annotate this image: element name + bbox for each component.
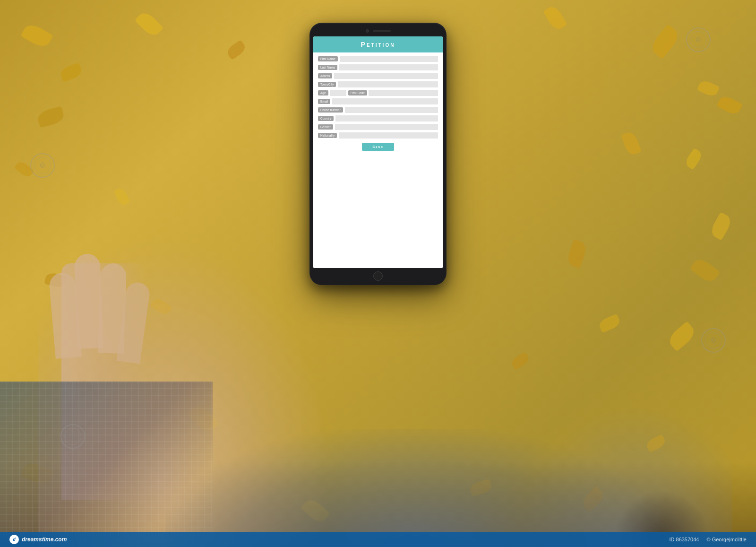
watermark-circle-3: © (701, 328, 726, 353)
form-title: Petition (313, 36, 443, 52)
field-last-name-row: Last Name (318, 64, 438, 70)
field-gender-label: Gender (318, 124, 333, 130)
dreamstime-text: dreamstime.com (22, 536, 67, 543)
field-town-label: Town/City (318, 82, 336, 87)
field-phone-label: Phone number (318, 107, 343, 113)
dreamstime-icon: d (9, 535, 19, 544)
phone-bottom-bar (313, 269, 443, 283)
watermark-circle-1: © (30, 153, 55, 178)
send-button-wrapper: Send (318, 141, 438, 152)
dreamstime-logo: d dreamstime.com (9, 535, 67, 544)
form-body: First Name Last Name Adress Town/City (313, 52, 443, 268)
field-age-postcode-row: Age Post Code (318, 90, 438, 96)
field-postcode-input[interactable] (369, 90, 438, 96)
phone-wrapper: Petition First Name Last Name Adress (309, 23, 447, 285)
watermark-circle-2: © (686, 27, 711, 52)
field-email-input[interactable] (332, 98, 438, 104)
field-gender-row: Gender (318, 124, 438, 130)
field-last-name-input[interactable] (339, 64, 438, 70)
watermark-author: © Georgejmclittle (706, 537, 747, 542)
field-postcode-label: Post Code (348, 90, 367, 96)
field-nationality-row: Nationality (318, 132, 438, 139)
field-email-label: Email (318, 99, 330, 104)
field-country-input[interactable] (335, 115, 438, 122)
field-gender-input[interactable] (335, 124, 438, 130)
send-button[interactable]: Send (362, 143, 394, 151)
field-town-row: Town/City (318, 81, 438, 87)
phone-camera (366, 29, 369, 33)
home-button[interactable] (373, 271, 383, 281)
watermark-bar: d dreamstime.com ID 86357044 © Georgejmc… (0, 532, 756, 547)
field-age-input[interactable] (330, 90, 346, 96)
watermark-info: ID 86357044 © Georgejmclittle (669, 537, 747, 542)
field-address-row: Adress (318, 73, 438, 79)
field-email-row: Email (318, 98, 438, 104)
field-first-name-label: First Name (318, 56, 338, 61)
field-first-name-row: First Name (318, 56, 438, 62)
phone-speaker (373, 30, 391, 32)
phone-top-bar (313, 26, 443, 35)
field-first-name-input[interactable] (340, 56, 438, 62)
field-nationality-input[interactable] (339, 132, 438, 139)
field-last-name-label: Last Name (318, 65, 337, 70)
field-town-input[interactable] (338, 81, 438, 87)
watermark-circle-4: © (60, 424, 85, 449)
field-address-input[interactable] (334, 73, 438, 79)
field-postcode-group: Post Code (348, 90, 438, 96)
phone-screen: Petition First Name Last Name Adress (313, 36, 443, 268)
legs-area (496, 382, 732, 547)
field-country-label: Country (318, 116, 334, 121)
watermark-id: ID 86357044 (669, 537, 699, 542)
field-age-group: Age (318, 90, 346, 96)
field-age-label: Age (318, 90, 328, 96)
field-country-row: Country (318, 115, 438, 122)
field-nationality-label: Nationality (318, 133, 337, 138)
phone-body: Petition First Name Last Name Adress (309, 23, 447, 285)
field-phone-input[interactable] (345, 107, 438, 113)
field-address-label: Adress (318, 73, 332, 78)
field-phone-row: Phone number (318, 107, 438, 113)
